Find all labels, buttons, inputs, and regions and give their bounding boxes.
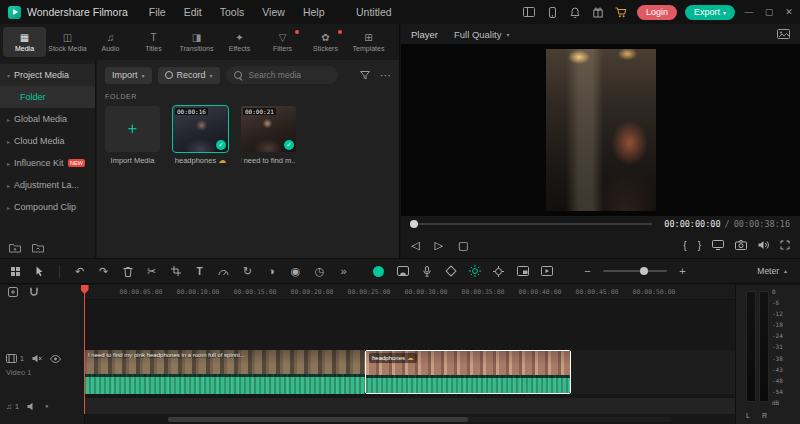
search-box[interactable]: [226, 66, 338, 84]
preview-settings-icon[interactable]: [777, 29, 790, 39]
crop-icon[interactable]: [168, 263, 183, 279]
delete-icon[interactable]: [120, 263, 135, 279]
timeline-clip-find-headphones[interactable]: I need to find my pink headphones in a r…: [84, 350, 365, 394]
export-button[interactable]: Export▾: [685, 5, 735, 20]
new-folder-icon[interactable]: [9, 243, 21, 253]
sidebar-item-cloud-media[interactable]: ▸ Cloud Media: [0, 130, 95, 152]
tab-templates[interactable]: ⊞ Templates: [347, 27, 390, 57]
close-button[interactable]: ✕: [783, 7, 795, 17]
duration-timer-icon[interactable]: ◷: [312, 263, 327, 279]
sidebar-item-folder[interactable]: Folder: [0, 86, 95, 108]
sidebar-item-global-media[interactable]: ▸ Global Media: [0, 108, 95, 130]
sidebar-item-compound-clip[interactable]: ▸ Compound Clip: [0, 196, 95, 218]
motion-track-icon[interactable]: [491, 263, 506, 279]
snap-magnet-icon[interactable]: [29, 287, 39, 297]
search-input[interactable]: [247, 69, 325, 81]
seek-bar[interactable]: [411, 223, 652, 225]
keyframe-icon[interactable]: [443, 263, 458, 279]
color-correction-icon[interactable]: ◑: [264, 263, 279, 279]
headphones-thumbnail[interactable]: 00:00:16 ✓: [173, 106, 228, 152]
minimize-button[interactable]: —: [743, 7, 755, 17]
cart-icon[interactable]: [614, 5, 629, 20]
menu-view[interactable]: View: [253, 6, 294, 18]
tab-audio[interactable]: ♫ Audio: [89, 27, 132, 57]
redo-icon[interactable]: ↷: [96, 263, 111, 279]
import-button[interactable]: Import ▾: [105, 67, 152, 84]
menu-edit[interactable]: Edit: [175, 6, 211, 18]
menu-file[interactable]: File: [140, 6, 175, 18]
tab-effects[interactable]: ✦ Effects: [218, 27, 261, 57]
tab-stickers[interactable]: ✿ Stickers: [304, 27, 347, 57]
mask-icon[interactable]: [395, 263, 410, 279]
login-button[interactable]: Login: [637, 5, 677, 20]
volume-icon[interactable]: [758, 240, 769, 250]
speed-ramp-icon[interactable]: [216, 263, 231, 279]
workspace-layout-icon[interactable]: [522, 5, 537, 20]
media-item-headphones[interactable]: 00:00:16 ✓ headphones ☁: [173, 106, 228, 165]
collapse-folders-icon[interactable]: [32, 243, 44, 253]
chroma-key-icon[interactable]: [371, 263, 386, 279]
timeline-ruler[interactable]: 00:00:05:00 00:00:10:00 00:00:15:00 00:0…: [84, 285, 736, 300]
sidebar-item-influence-kit[interactable]: ▸ Influence Kit NEW: [0, 152, 95, 174]
media-grid: + Import Media 00:00:16 ✓ headphones ☁ 0…: [105, 106, 391, 165]
zoom-slider[interactable]: [603, 270, 667, 272]
timeline-scrollbar[interactable]: [168, 417, 672, 422]
media-item-find-headphones[interactable]: 00:00:21 ✓ I need to find m...: [241, 106, 296, 165]
menu-help[interactable]: Help: [294, 6, 334, 18]
mute-audio-icon[interactable]: [27, 402, 37, 411]
media-view-grid-icon[interactable]: [8, 263, 23, 279]
sidebar-item-adjustment-layer[interactable]: ▸ Adjustment La...: [0, 174, 95, 196]
screen-record-icon[interactable]: ◉: [288, 263, 303, 279]
tab-filters[interactable]: ▽ Filters: [261, 27, 304, 57]
mark-out-button[interactable]: }: [698, 240, 701, 251]
stop-button[interactable]: ▢: [458, 240, 468, 251]
undo-icon[interactable]: ↶: [72, 263, 87, 279]
gift-icon[interactable]: [591, 5, 606, 20]
record-icon: [165, 71, 173, 79]
fullscreen-icon[interactable]: [780, 240, 790, 250]
titlebar-right: Login Export▾ — ▢ ✕: [522, 0, 795, 24]
more-tools-icon[interactable]: »: [336, 263, 351, 279]
select-tool-icon[interactable]: [32, 263, 47, 279]
mute-track-icon[interactable]: [32, 354, 42, 363]
mark-in-button[interactable]: {: [683, 240, 686, 251]
text-tool-icon[interactable]: T: [192, 263, 207, 279]
display-device-icon[interactable]: [712, 240, 724, 250]
quality-dropdown[interactable]: Full Quality ▾: [454, 29, 510, 40]
timeline-scrollbar-handle[interactable]: [168, 417, 468, 422]
meter-toggle[interactable]: Meter ▲: [757, 266, 792, 276]
rotate-icon[interactable]: ↻: [240, 263, 255, 279]
tab-media[interactable]: ▦ Media: [3, 27, 46, 57]
menu-tools[interactable]: Tools: [211, 6, 254, 18]
pip-icon[interactable]: [515, 263, 530, 279]
more-options-icon[interactable]: ⋯: [380, 70, 391, 81]
zoom-in-icon[interactable]: +: [675, 263, 690, 279]
zoom-out-icon[interactable]: −: [580, 263, 595, 279]
render-preview-icon[interactable]: [539, 263, 554, 279]
tab-stock-media[interactable]: ◫ Stock Media: [46, 27, 89, 57]
snapshot-camera-icon[interactable]: [735, 240, 747, 250]
mobile-device-icon[interactable]: [545, 5, 560, 20]
record-button[interactable]: Record ▾: [158, 67, 220, 84]
add-track-icon[interactable]: [8, 287, 18, 297]
tab-titles[interactable]: T Titles: [132, 27, 175, 57]
voiceover-mic-icon[interactable]: [419, 263, 434, 279]
play-button[interactable]: ▷: [434, 240, 442, 251]
record-arm-icon[interactable]: ●: [45, 403, 49, 409]
timeline-clip-headphones[interactable]: headphones ☁: [365, 350, 571, 394]
filter-icon[interactable]: [360, 71, 370, 80]
find-headphones-thumbnail[interactable]: 00:00:21 ✓: [241, 106, 296, 152]
notifications-bell-icon[interactable]: [568, 5, 583, 20]
auto-enhance-icon[interactable]: [467, 263, 482, 279]
hide-track-eye-icon[interactable]: [50, 355, 61, 363]
zoom-slider-handle[interactable]: [640, 267, 648, 275]
media-item-import[interactable]: + Import Media: [105, 106, 160, 165]
seek-handle[interactable]: [410, 220, 418, 228]
import-media-tile[interactable]: +: [105, 106, 160, 152]
playhead[interactable]: [84, 285, 85, 414]
split-scissors-icon[interactable]: ✂: [144, 263, 159, 279]
previous-frame-button[interactable]: ◁: [411, 240, 419, 251]
maximize-button[interactable]: ▢: [763, 7, 775, 17]
sidebar-item-project-media[interactable]: ▾ Project Media: [0, 64, 95, 86]
tab-transitions[interactable]: ◨ Transitions: [175, 27, 218, 57]
